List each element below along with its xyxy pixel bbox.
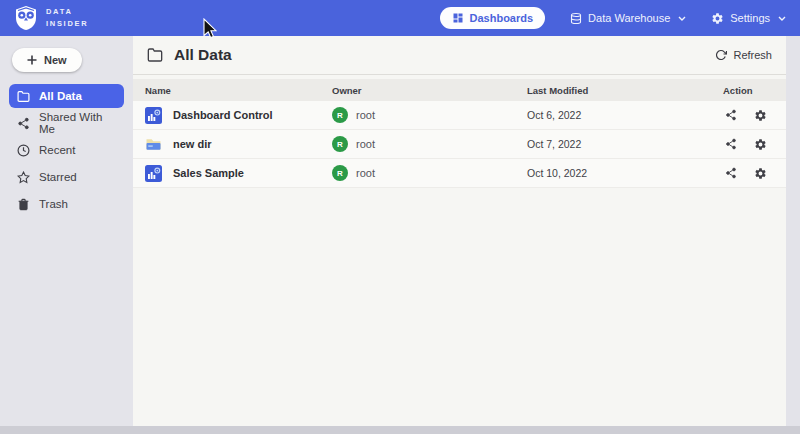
sidebar-item-label: Recent	[39, 144, 75, 156]
table-row[interactable]: Sales Sample R root Oct 10, 2022	[133, 159, 786, 188]
table-row[interactable]: Dashboard Control R root Oct 6, 2022	[133, 101, 786, 130]
dashboard-file-icon	[145, 107, 162, 124]
sidebar-item-trash[interactable]: Trash	[9, 192, 124, 216]
settings-button[interactable]	[754, 138, 767, 151]
star-icon	[17, 171, 30, 184]
row-name: Dashboard Control	[173, 109, 273, 121]
chevron-down-icon	[678, 16, 686, 21]
row-name: new dir	[173, 138, 212, 150]
gear-icon	[711, 12, 724, 25]
row-name: Sales Sample	[173, 167, 244, 179]
owner-avatar: R	[332, 165, 348, 181]
owner-avatar: R	[332, 136, 348, 152]
panel-header: All Data Refresh	[133, 36, 786, 75]
sidebar-item-label: Shared With Me	[39, 111, 116, 135]
share-icon	[17, 117, 30, 130]
nav-data-warehouse-label: Data Warehouse	[588, 12, 670, 24]
topbar: DATA INSIDER Dashboards Data Warehouse	[0, 0, 800, 36]
nav-dashboards-button[interactable]: Dashboards	[440, 7, 546, 29]
share-button[interactable]	[725, 109, 737, 121]
owner-name: root	[356, 167, 375, 179]
sidebar-item-label: Starred	[39, 171, 77, 183]
new-button[interactable]: New	[12, 48, 82, 72]
settings-button[interactable]	[754, 167, 767, 180]
row-last-modified: Oct 6, 2022	[527, 109, 723, 121]
refresh-button[interactable]: Refresh	[715, 49, 772, 61]
chevron-down-icon	[778, 16, 786, 21]
logo-line2: INSIDER	[46, 18, 88, 30]
sidebar-item-recent[interactable]: Recent	[9, 138, 124, 162]
row-last-modified: Oct 10, 2022	[527, 167, 723, 179]
plus-icon	[27, 55, 37, 65]
column-header-owner: Owner	[332, 85, 527, 96]
top-navigation: Dashboards Data Warehouse Settings	[440, 7, 786, 29]
sidebar: New All Data Shared With Me Recent	[0, 36, 133, 426]
nav-settings-button[interactable]: Settings	[711, 12, 786, 25]
folder-icon	[147, 47, 163, 63]
owl-shield-icon	[14, 5, 38, 31]
column-header-last-modified: Last Modified	[527, 85, 723, 96]
table-header: Name Owner Last Modified Action	[133, 79, 786, 101]
nav-dashboards-label: Dashboards	[470, 12, 534, 24]
dashboard-file-icon	[145, 165, 162, 182]
sidebar-item-all-data[interactable]: All Data	[9, 84, 124, 108]
sidebar-item-label: Trash	[39, 198, 68, 210]
sidebar-item-label: All Data	[39, 90, 82, 102]
table-body: Dashboard Control R root Oct 6, 2022	[133, 101, 786, 188]
sidebar-item-starred[interactable]: Starred	[9, 165, 124, 189]
folder-file-icon	[145, 136, 162, 153]
clock-icon	[17, 144, 30, 157]
column-header-name: Name	[145, 85, 332, 96]
page-title: All Data	[174, 46, 232, 64]
database-icon	[570, 12, 582, 25]
trash-icon	[17, 198, 30, 211]
file-table: Name Owner Last Modified Action	[133, 79, 786, 188]
table-row[interactable]: new dir R root Oct 7, 2022	[133, 130, 786, 159]
folder-icon	[17, 90, 30, 103]
bottom-strip	[0, 426, 800, 434]
row-last-modified: Oct 7, 2022	[527, 138, 723, 150]
owner-avatar: R	[332, 107, 348, 123]
dashboard-grid-icon	[452, 12, 464, 24]
main-panel: All Data Refresh Name Owner Last Modifie…	[133, 36, 786, 426]
refresh-label: Refresh	[733, 49, 772, 61]
sidebar-item-shared-with-me[interactable]: Shared With Me	[9, 111, 124, 135]
owner-name: root	[356, 109, 375, 121]
logo-line1: DATA	[46, 6, 88, 18]
refresh-icon	[715, 49, 727, 61]
nav-data-warehouse-button[interactable]: Data Warehouse	[570, 12, 686, 25]
settings-button[interactable]	[754, 109, 767, 122]
column-header-action: Action	[723, 85, 786, 96]
app-logo: DATA INSIDER	[14, 5, 88, 31]
owner-name: root	[356, 138, 375, 150]
share-button[interactable]	[725, 167, 737, 179]
share-button[interactable]	[725, 138, 737, 150]
new-button-label: New	[44, 54, 67, 66]
nav-settings-label: Settings	[730, 12, 770, 24]
